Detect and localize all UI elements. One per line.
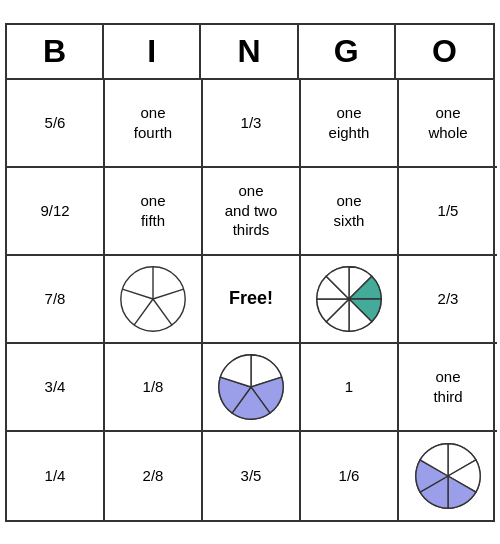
cell-text-9: 1/5 — [438, 201, 459, 221]
cell-12: Free! — [203, 256, 301, 344]
cell-13 — [301, 256, 399, 344]
cell-text-10: 7/8 — [45, 289, 66, 309]
cell-text-16: 1/8 — [143, 377, 164, 397]
cell-8: onesixth — [301, 168, 399, 256]
cell-16: 1/8 — [105, 344, 203, 432]
cell-text-4: onewhole — [428, 103, 467, 142]
header-i: I — [104, 25, 201, 78]
cell-18: 1 — [301, 344, 399, 432]
cell-15: 3/4 — [7, 344, 105, 432]
cell-4: onewhole — [399, 80, 497, 168]
bingo-grid: 5/6onefourth1/3oneeighthonewhole9/12onef… — [7, 80, 493, 520]
cell-text-20: 1/4 — [45, 466, 66, 486]
cell-7: oneand twothirds — [203, 168, 301, 256]
bingo-card: B I N G O 5/6onefourth1/3oneeighthonewho… — [5, 23, 495, 522]
cell-17 — [203, 344, 301, 432]
cell-text-5: 9/12 — [40, 201, 69, 221]
cell-text-15: 3/4 — [45, 377, 66, 397]
cell-text-22: 3/5 — [241, 466, 262, 486]
cell-text-0: 5/6 — [45, 113, 66, 133]
cell-14: 2/3 — [399, 256, 497, 344]
pie-bottom-right — [413, 441, 483, 511]
header-g: G — [299, 25, 396, 78]
cell-19: onethird — [399, 344, 497, 432]
header-o: O — [396, 25, 493, 78]
header-n: N — [201, 25, 298, 78]
cell-text-1: onefourth — [134, 103, 172, 142]
cell-text-21: 2/8 — [143, 466, 164, 486]
pie-twothirds-green — [314, 264, 384, 334]
cell-2: 1/3 — [203, 80, 301, 168]
cell-3: oneeighth — [301, 80, 399, 168]
cell-text-8: onesixth — [334, 191, 365, 230]
cell-text-2: 1/3 — [241, 113, 262, 133]
cell-text-19: onethird — [433, 367, 462, 406]
cell-text-23: 1/6 — [339, 466, 360, 486]
cell-0: 5/6 — [7, 80, 105, 168]
cell-10: 7/8 — [7, 256, 105, 344]
cell-text-6: onefifth — [140, 191, 165, 230]
cell-text-7: oneand twothirds — [225, 181, 278, 240]
cell-text-3: oneeighth — [329, 103, 370, 142]
cell-21: 2/8 — [105, 432, 203, 520]
free-cell: Free! — [229, 287, 273, 310]
cell-23: 1/6 — [301, 432, 399, 520]
cell-text-14: 2/3 — [438, 289, 459, 309]
cell-5: 9/12 — [7, 168, 105, 256]
cell-9: 1/5 — [399, 168, 497, 256]
cell-text-18: 1 — [345, 377, 353, 397]
cell-11 — [105, 256, 203, 344]
cell-6: onefifth — [105, 168, 203, 256]
cell-22: 3/5 — [203, 432, 301, 520]
pie-seventheighths — [118, 264, 188, 334]
pie-threefifths — [216, 352, 286, 422]
bingo-header: B I N G O — [7, 25, 493, 80]
cell-24 — [399, 432, 497, 520]
header-b: B — [7, 25, 104, 78]
cell-20: 1/4 — [7, 432, 105, 520]
cell-1: onefourth — [105, 80, 203, 168]
